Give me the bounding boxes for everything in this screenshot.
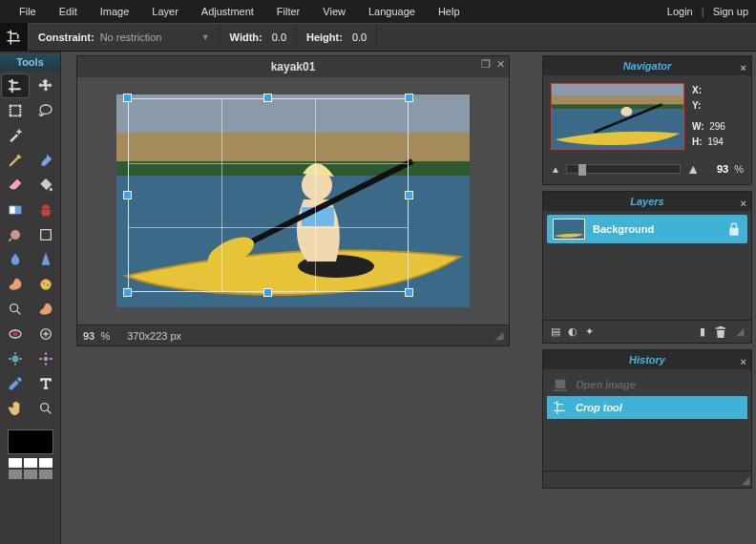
tool-gradient[interactable] (2, 199, 29, 221)
navigator-thumbnail[interactable] (551, 83, 684, 150)
history-panel: History × Open image Crop tool ◢ (542, 349, 752, 489)
close-icon[interactable]: ✕ (496, 58, 505, 71)
pencil-icon (8, 153, 23, 168)
zoom-icon (38, 401, 53, 416)
zoom-out-icon[interactable]: ▲ (551, 164, 560, 175)
tool-pinch[interactable] (32, 347, 59, 370)
height-value[interactable]: 0.0 (352, 31, 367, 43)
layer-row[interactable]: Background (547, 215, 747, 243)
tool-sharpen[interactable] (32, 248, 59, 271)
close-icon[interactable]: × (741, 352, 746, 371)
login-link[interactable]: Login (667, 6, 693, 17)
close-icon[interactable]: × (741, 58, 746, 77)
document-title: kayak01 (271, 60, 316, 73)
tool-eraser[interactable] (2, 174, 29, 197)
tool-marquee[interactable] (2, 99, 29, 122)
tool-burn[interactable] (32, 298, 59, 321)
foreground-color-swatch[interactable] (8, 429, 53, 454)
menu-layer[interactable]: Layer (140, 0, 190, 23)
active-tool-chip (0, 23, 29, 52)
eraser-icon (8, 178, 23, 193)
tool-red-eye[interactable] (2, 323, 29, 345)
history-item[interactable]: Open image (547, 373, 747, 396)
nav-h-value: 194 (707, 136, 724, 147)
open-image-icon (553, 377, 568, 392)
tool-empty[interactable] (32, 124, 59, 147)
crop-handle-s[interactable] (263, 288, 272, 297)
sharpen-icon (38, 252, 53, 267)
tool-smudge[interactable] (2, 273, 29, 296)
maximize-icon[interactable]: ❐ (481, 58, 491, 71)
delete-layer-icon[interactable] (713, 324, 728, 340)
tool-dodge[interactable] (2, 298, 29, 321)
tool-pencil[interactable] (2, 149, 29, 172)
swatch[interactable] (24, 470, 37, 479)
swatch[interactable] (39, 458, 52, 468)
menu-view[interactable]: View (311, 0, 357, 23)
swatch[interactable] (24, 458, 37, 468)
menu-edit[interactable]: Edit (48, 0, 89, 23)
tool-zoom[interactable] (32, 397, 59, 420)
swatch[interactable] (9, 458, 22, 468)
swatch[interactable] (9, 470, 22, 479)
tool-spot-heal[interactable] (32, 323, 59, 345)
resize-grip-icon[interactable]: ◢ (736, 325, 744, 338)
layer-mask-icon[interactable]: ◐ (568, 325, 578, 338)
svg-rect-3 (40, 230, 51, 241)
tool-move[interactable] (32, 74, 59, 97)
tool-lasso[interactable] (32, 99, 59, 122)
menu-filter[interactable]: Filter (265, 0, 311, 23)
tool-sponge[interactable] (32, 273, 59, 296)
menu-file[interactable]: File (8, 0, 48, 23)
resize-grip-icon[interactable]: ◢ (742, 474, 749, 487)
tool-clone-stamp[interactable] (32, 199, 59, 221)
menu-language[interactable]: Language (357, 0, 427, 23)
swatch[interactable] (39, 470, 52, 479)
svg-point-5 (43, 282, 45, 284)
layer-name: Background (593, 223, 654, 235)
history-item[interactable]: Crop tool (547, 396, 747, 419)
crop-handle-e[interactable] (405, 191, 413, 199)
crop-handle-nw[interactable] (123, 94, 132, 102)
paint-bucket-icon (38, 178, 53, 193)
tool-blur[interactable] (2, 248, 29, 271)
crop-handle-n[interactable] (263, 94, 272, 102)
navigator-title: Navigator (623, 60, 672, 72)
tool-crop[interactable] (2, 74, 29, 97)
crop-handle-w[interactable] (123, 191, 132, 199)
tool-color-replace[interactable] (2, 223, 29, 246)
new-layer-icon[interactable]: ▤ (551, 325, 560, 338)
constraint-label: Constraint: (38, 31, 94, 43)
zoom-slider[interactable] (566, 164, 681, 174)
nav-zoom-pct: % (734, 163, 744, 175)
smudge-icon (8, 277, 23, 292)
close-icon[interactable]: × (741, 194, 746, 213)
width-label: Width: (230, 31, 262, 43)
crop-handle-se[interactable] (405, 288, 413, 297)
tool-color-picker[interactable] (2, 372, 29, 395)
resize-grip-icon[interactable]: ◢ (495, 329, 503, 342)
crop-selection[interactable] (128, 98, 409, 292)
tool-paint-bucket[interactable] (32, 174, 59, 197)
svg-point-13 (40, 404, 48, 411)
zoom-status: 93 % (83, 330, 110, 342)
duplicate-layer-icon[interactable]: ▮ (700, 325, 705, 338)
menu-image[interactable]: Image (89, 0, 141, 23)
tool-wand[interactable] (2, 124, 29, 147)
tool-hand[interactable] (2, 397, 29, 420)
tool-type[interactable] (32, 372, 59, 395)
tool-bloat[interactable] (2, 347, 29, 370)
crop-handle-sw[interactable] (123, 288, 132, 297)
blur-icon (8, 252, 23, 267)
menu-adjustment[interactable]: Adjustment (190, 0, 265, 23)
signup-link[interactable]: Sign up (713, 6, 748, 17)
constraint-select[interactable]: No restriction (100, 31, 196, 43)
zoom-in-icon[interactable]: ▲ (686, 161, 700, 177)
menu-help[interactable]: Help (427, 0, 472, 23)
tool-brush[interactable] (32, 149, 59, 172)
layer-fx-icon[interactable]: ✦ (585, 325, 594, 338)
width-value[interactable]: 0.0 (272, 31, 286, 43)
canvas[interactable] (116, 94, 470, 307)
crop-handle-ne[interactable] (405, 94, 413, 102)
tool-draw-shape[interactable] (32, 223, 59, 246)
